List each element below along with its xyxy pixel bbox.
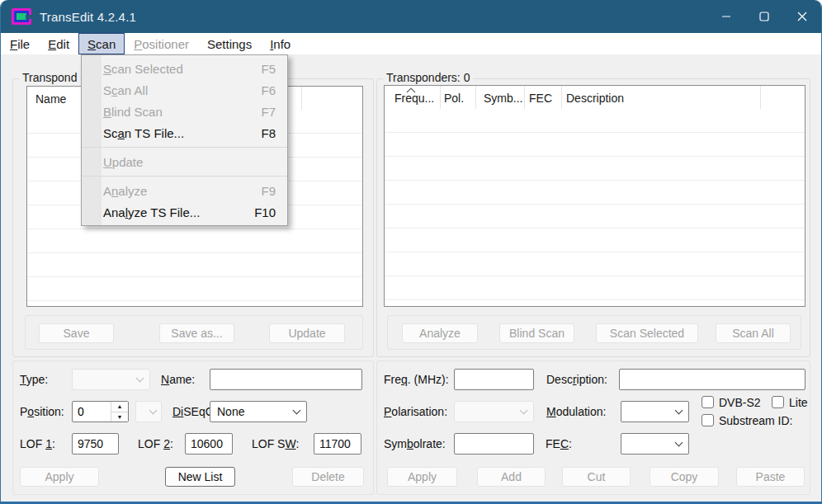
menu-item-file[interactable]: File [1,33,39,54]
menu-option-scan-selected[interactable]: Scan Selected F5 [82,58,287,79]
menu-separator [82,176,287,177]
menu-item-settings[interactable]: Settings [198,33,261,54]
new-list-button[interactable]: New List [165,467,235,487]
scan-buttons-panel: Analyze Blind Scan Scan Selected Scan Al… [387,315,801,350]
lite-checkbox[interactable]: Lite [772,395,808,409]
freq-label: Freq. (MHz): [384,369,449,390]
blind-scan-button[interactable]: Blind Scan [499,323,574,343]
transponder-table[interactable]: Frequ... Pol. Symb... FEC Description [384,85,805,307]
scan-menu: Scan Selected F5 Scan All F6 Blind Scan … [81,54,288,226]
substream-id-checkbox[interactable]: Substream ID: [702,413,792,427]
add-button[interactable]: Add [477,467,546,487]
copy-button[interactable]: Copy [650,467,719,487]
delete-button[interactable]: Delete [292,467,364,487]
app-window: TransEdit 4.2.4.1 File Edit Scan Positio… [0,0,822,504]
name-label: Name: [161,369,195,390]
position-label: Position: [20,401,64,422]
lofsw-label: LOF SW: [252,433,299,455]
menu-item-edit[interactable]: Edit [39,33,78,54]
substream-id-checkbox-box [702,414,714,426]
lof2-input[interactable] [185,433,233,455]
spin-down-button[interactable]: ▼ [111,412,128,422]
position-value: 0 [73,402,111,422]
position-spinner[interactable]: 0 ▲ ▼ [72,401,129,422]
save-button[interactable]: Save [39,323,114,343]
window-title: TransEdit 4.2.4.1 [40,10,136,24]
group-transponder-lists-label: Transpond [19,71,80,84]
paste-button[interactable]: Paste [736,467,805,487]
position-direction-select[interactable] [135,401,162,422]
close-icon [797,12,807,21]
menu-item-scan[interactable]: Scan [78,33,125,54]
symbolrate-label: Symbolrate: [384,433,446,455]
apply-list-button[interactable]: Apply [20,467,99,487]
lof1-label: LOF 1: [20,433,55,455]
menu-item-positioner[interactable]: Positioner [125,33,198,54]
menu-option-blind-scan[interactable]: Blind Scan F7 [82,101,287,122]
type-label: Type: [20,369,48,390]
column-header-frequency[interactable]: Frequ... [394,92,434,105]
type-select[interactable] [72,369,150,390]
column-header-description[interactable]: Description [566,92,624,105]
fec-select[interactable] [621,433,689,455]
column-header-pol[interactable]: Pol. [444,92,464,105]
close-button[interactable] [783,0,821,33]
description-label: Description: [546,369,607,390]
column-header-fec[interactable]: FEC [529,92,552,105]
name-input[interactable] [210,369,362,390]
description-input[interactable] [619,369,805,390]
menu-option-scan-ts-file[interactable]: Scan TS File... F8 [82,122,287,144]
freq-input[interactable] [454,369,534,390]
transponder-form-panel: Freq. (MHz): Description: Polarisation: … [376,360,810,495]
titlebar: TransEdit 4.2.4.1 [1,0,821,33]
menu-option-scan-all[interactable]: Scan All F6 [82,79,287,101]
column-header-symbolrate[interactable]: Symb... [484,92,522,105]
menu-option-update[interactable]: Update [82,151,287,172]
symbolrate-input[interactable] [454,433,534,455]
lite-checkbox-box [772,396,784,408]
group-transponders: Transponders: 0 Frequ... Pol. Symb... FE… [376,78,810,357]
lof2-label: LOF 2: [138,433,173,455]
cut-button[interactable]: Cut [562,467,631,487]
menu-item-info[interactable]: Info [261,33,300,54]
polarisation-label: Polarisation: [384,401,447,422]
dvbs2-checkbox[interactable]: DVB-S2 [702,395,761,409]
diseqc-select[interactable]: None [210,401,307,422]
minimize-button[interactable] [707,0,745,33]
scan-all-button[interactable]: Scan All [716,323,791,343]
spin-up-button[interactable]: ▲ [111,402,128,412]
group-transponders-label: Transponders: 0 [383,71,473,84]
save-as-button[interactable]: Save as... [159,323,234,343]
analyze-button[interactable]: Analyze [402,323,478,343]
lof1-input[interactable] [72,433,119,455]
maximize-icon [759,12,769,21]
polarisation-select[interactable] [454,401,534,422]
lofsw-input[interactable] [314,433,361,455]
menu-option-analyze-ts-file[interactable]: Analyze TS File... F10 [82,201,287,223]
update-button[interactable]: Update [269,323,345,343]
modulation-select[interactable] [621,401,689,422]
menu-separator [82,147,287,148]
minimize-icon [721,12,731,21]
apply-transponder-button[interactable]: Apply [387,467,457,487]
maximize-button[interactable] [745,0,783,33]
modulation-label: Modulation: [546,401,606,422]
scan-selected-button[interactable]: Scan Selected [596,323,698,343]
fec-label: FEC: [546,433,572,455]
column-header-name[interactable]: Name [35,92,66,106]
menu-option-analyze[interactable]: Analyze F9 [82,180,287,201]
list-buttons-panel: Save Save as... Update [25,315,363,350]
menubar: File Edit Scan Positioner Settings Info [1,33,821,54]
dvbs2-checkbox-box [702,396,714,408]
app-icon [12,8,31,25]
list-form-panel: Type: Name: Position: 0 ▲ ▼ DiSEqC: None… [12,360,374,495]
